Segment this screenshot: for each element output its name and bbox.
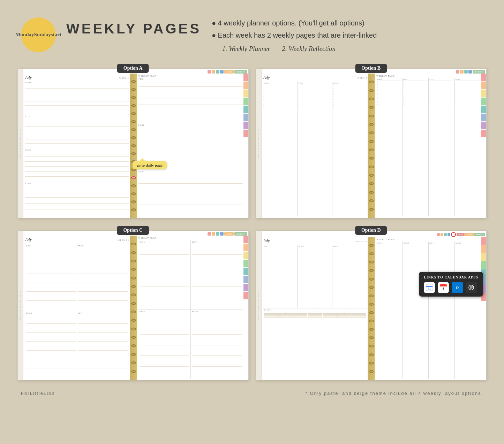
- cell-notes: NOTES: [191, 309, 243, 378]
- option-b-card: Option B WEEKLY REFLECTION PROJECTS July: [256, 69, 487, 218]
- cell-wed11: WED 11: [191, 240, 243, 309]
- day-tue: 6 TUE: [25, 115, 129, 148]
- svg-rect-1: [426, 286, 432, 287]
- day-thu: 8 THU: [25, 183, 129, 215]
- goals-tab-d[interactable]: GOALS: [465, 233, 474, 236]
- header-flex-c: July WEEK 28: [25, 237, 129, 243]
- cell-tue9: TUE 9: [138, 240, 190, 309]
- page-title: WEEKLY PAGES: [66, 21, 201, 37]
- header-flex-a: July WEEK 2: [25, 75, 129, 81]
- bullet-section: ● 4 weekly planner options. (You'll get …: [212, 14, 483, 53]
- grid-thu: THU 8 123 456 789: [376, 78, 402, 216]
- header-flex-b: July WEEK 2: [263, 75, 367, 81]
- calendar-apps-row: 31 8 O: [424, 282, 478, 293]
- tue-lines: [25, 118, 129, 148]
- projects-tab-b[interactable]: PROJECTS: [473, 70, 485, 74]
- option-d-badge: Option D: [355, 226, 387, 235]
- content-area-b: July WEEK 2 MON 3 123 456 789: [262, 74, 487, 218]
- option-a-planner: WEEKLY REFLECTION GOALS PROJECTS July: [17, 69, 249, 218]
- day-wed-label: 5 WED: [25, 149, 129, 151]
- d-thu11: THU 11: [403, 242, 428, 378]
- svg-text:8: 8: [443, 287, 444, 290]
- apple-calendar-icon: 8: [438, 282, 449, 293]
- spiral-d: [368, 237, 375, 380]
- main-content-c: GOALS PROJECTS July WEEK 28 SUN 7: [23, 231, 248, 380]
- side-tabs-b: [481, 74, 486, 218]
- section-title-d: WEEKLY PLAN: [376, 238, 481, 240]
- grid-sat: SAT 8 123 456 789: [429, 78, 454, 216]
- right-half-d: WEEKLY PLAN WED 10 THU 11 FRI 12 SAT 13: [375, 237, 481, 380]
- grid-right-b: THU 8 123 456 789 FRI 9 123: [376, 78, 481, 216]
- nav-icon-2: [212, 70, 215, 74]
- option-c-planner: WEEKLY REFLECTION GOALS PROJECTS July: [17, 231, 249, 380]
- week-b: WEEK 2: [357, 77, 367, 79]
- option-b-planner: WEEKLY REFLECTION PROJECTS July WEEK 2: [256, 69, 487, 218]
- cell-fri12: FRI 12: [77, 311, 129, 378]
- day-fri-label: 7 FRI: [138, 78, 243, 80]
- svg-text:O: O: [456, 285, 459, 290]
- d-sun7: SUN 7: [263, 245, 298, 308]
- grid-left-b: MON 3 123 456 789 TUE 4 123: [263, 82, 367, 216]
- nav-icon-4: [220, 70, 224, 74]
- nav-icon-b3: [464, 70, 468, 74]
- main-content-d: 17 TO DO GOALS PROJECTS July WEEK 28: [262, 231, 487, 380]
- content-area-c: July WEEK 28 SUN 7: [23, 236, 248, 380]
- grid-sun: SUN 8 123 456 789: [455, 78, 481, 216]
- projects-tab[interactable]: PROJECTS: [234, 70, 247, 74]
- title-section: WEEKLY PAGES: [66, 14, 201, 37]
- bullet-item-2: ● Each week has 2 weekly pages that are …: [212, 31, 469, 39]
- side-tabs-c: [243, 236, 248, 380]
- sub-labels: 1. Weekly Planner 2. Weekly Reflection: [222, 45, 469, 53]
- sun-lines: [138, 173, 243, 215]
- google-calendar-icon: 31: [424, 282, 435, 293]
- nav-icon-b4: [468, 70, 472, 74]
- spiral-c: [130, 236, 137, 380]
- circle-17[interactable]: 17: [451, 232, 456, 237]
- section-title-a: WEEKLY PLAN: [138, 75, 243, 77]
- week-c: WEEK 28: [118, 239, 129, 241]
- section-title-c: WEEKLY PLAN: [138, 237, 243, 239]
- grid-c-right: TUE 9 WED 11: [138, 240, 243, 378]
- left-half-b: July WEEK 2 MON 3 123 456 789: [262, 74, 368, 218]
- week-a: WEEK 2: [119, 77, 129, 79]
- bullet-item-1: ● 4 weekly planner options. (You'll get …: [212, 19, 469, 27]
- reminders-icon: [466, 282, 477, 293]
- nav-icon-b1: [456, 70, 459, 74]
- calendar-tooltip-title: LINKS TO CALENDAR APPS: [424, 275, 478, 279]
- content-area-a: July WEEK 2 3 MON 6 TUE: [23, 74, 248, 218]
- d-wed10: WED 10: [376, 242, 402, 378]
- cell-sun7: SUN 7: [25, 244, 77, 311]
- day-sat-label: 8 SAT: [138, 124, 243, 126]
- thu-lines: [25, 185, 129, 215]
- footer-left: ForLittleLion: [21, 391, 55, 396]
- day-mon-label: 3 MON: [25, 82, 129, 84]
- option-c-card: Option C WEEKLY REFLECTION GOALS PROJECT…: [17, 231, 249, 380]
- goals-tab[interactable]: GOALS: [224, 70, 234, 74]
- daily-page-tooltip: go to daily page: [133, 161, 167, 169]
- grid-c-left: SUN 7 MON 9: [25, 244, 129, 378]
- d-sat13: SAT 13: [455, 242, 481, 378]
- fri-lines: [138, 81, 243, 123]
- projects-tab-d[interactable]: PROJECTS: [474, 233, 485, 236]
- weekly-planner-label: 1. Weekly Planner: [222, 45, 270, 52]
- option-c-badge: Option C: [117, 226, 149, 235]
- section-title-b: WEEKLY PLAN: [376, 75, 481, 77]
- cell-mon9: MON 9: [77, 244, 129, 311]
- week-d: WEEK 28: [356, 240, 367, 243]
- goals-tab-c[interactable]: GOALS: [224, 232, 234, 236]
- projects-tab-c[interactable]: PROJECTS: [234, 232, 247, 236]
- side-tabs-a: [243, 74, 248, 218]
- wed-lines: [25, 152, 129, 182]
- option-a-badge: Option A: [117, 64, 149, 73]
- grid-mon: MON 3 123 456 789: [263, 82, 298, 216]
- todo-tab[interactable]: TO DO: [457, 233, 465, 236]
- side-tabs-d: [481, 237, 486, 380]
- footer-right: * Only pastel and beige theme include al…: [306, 391, 483, 396]
- day-mon: 3 MON: [25, 82, 129, 114]
- header-section: Monday Sunday start WEEKLY PAGES ● 4 wee…: [0, 0, 504, 60]
- day-wed: 5 WED: [25, 149, 129, 182]
- day-thu-label: 8 THU: [25, 183, 129, 185]
- footer: ForLittleLion * Only pastel and beige th…: [0, 391, 504, 396]
- left-half-a: July WEEK 2 3 MON 6 TUE: [23, 74, 130, 218]
- cell-thu11: THU 11: [25, 311, 77, 378]
